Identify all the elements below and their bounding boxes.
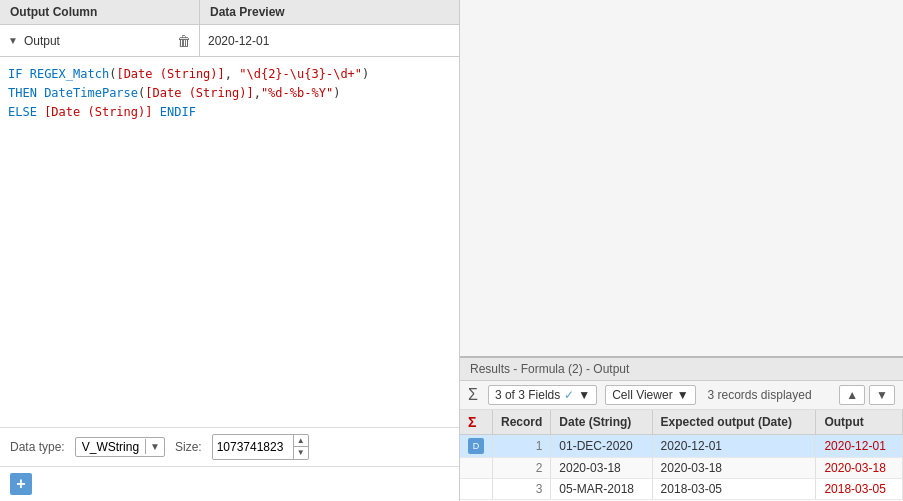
records-count: 3 records displayed [708,388,812,402]
row-num-2: 2 [493,458,551,479]
nav-buttons: ▲ ▼ [839,385,895,405]
table-row[interactable]: 3 05-MAR-2018 2018-03-05 2018-03-05 [460,479,903,500]
cell-viewer-button[interactable]: Cell Viewer ▼ [605,385,695,405]
field-name-label: Output [24,34,60,48]
field-date2: [Date (String)] [145,86,253,100]
kw-then: THEN [8,86,44,100]
row-num-3: 3 [493,479,551,500]
code-line-2: THEN DateTimeParse([Date (String)],"%d-%… [8,84,451,103]
nav-up-button[interactable]: ▲ [839,385,865,405]
row-icon-cell: D [460,435,493,458]
cell-expected-2: 2020-03-18 [652,458,816,479]
code-line-1: IF REGEX_Match([Date (String)], "\d{2}-\… [8,65,451,84]
row-num-1: 1 [493,435,551,458]
fn-regex: REGEX_Match [30,67,109,81]
row-icon-cell-3 [460,479,493,500]
data-type-label: Data type: [10,440,65,454]
cell-output-1: 2020-12-01 [816,435,903,458]
nav-down-button[interactable]: ▼ [869,385,895,405]
canvas-area[interactable]: f(x) Output = IF REGEX_Match ([Date (Str… [460,0,903,356]
cell-date-2: 2020-03-18 [551,458,652,479]
code-line-3: ELSE [Date (String)] ENDIF [8,103,451,122]
field-date3: [Date (String)] [44,105,152,119]
cell-expected-3: 2018-03-05 [652,479,816,500]
data-type-row: Data type: V_WString ▼ Size: ▲ ▼ [0,427,459,466]
results-panel: Results - Formula (2) - Output Σ 3 of 3 … [460,356,903,501]
kw-endif: ENDIF [160,105,196,119]
delete-button[interactable]: 🗑 [177,33,191,49]
header-row: Σ Record Date (String) Expected output (… [460,410,903,435]
data-type-select[interactable]: V_WString ▼ [75,437,165,457]
kw-else: ELSE [8,105,44,119]
cell-viewer-label: Cell Viewer [612,388,672,402]
cell-date-1: 01-DEC-2020 [551,435,652,458]
formula-editor[interactable]: IF REGEX_Match([Date (String)], "\d{2}-\… [0,57,459,427]
fields-dropdown-icon: ▼ [578,388,590,402]
results-table: Σ Record Date (String) Expected output (… [460,410,903,501]
data-type-dropdown-icon[interactable]: ▼ [145,439,164,454]
data-type-value: V_WString [76,438,145,456]
table-body: D 1 01-DEC-2020 2020-12-01 2020-12-01 2 … [460,435,903,500]
size-input[interactable] [213,438,293,456]
add-field-button[interactable]: + [10,473,32,495]
th-expected-output: Expected output (Date) [652,410,816,435]
str-fmt: "%d-%b-%Y" [261,86,333,100]
table-row[interactable]: D 1 01-DEC-2020 2020-12-01 2020-12-01 [460,435,903,458]
th-output: Output [816,410,903,435]
row-icon: D [468,438,484,454]
th-date-string: Date (String) [551,410,652,435]
fn-dtparse: DateTimeParse [44,86,138,100]
add-row: + [0,466,459,501]
size-down-button[interactable]: ▼ [294,447,308,459]
left-panel: Output Column Data Preview ▼ Output 🗑 20… [0,0,460,501]
fields-button[interactable]: 3 of 3 Fields ✓ ▼ [488,385,597,405]
formula-row: ▼ Output 🗑 2020-12-01 [0,25,459,57]
size-up-button[interactable]: ▲ [294,435,308,448]
row-icon-cell-2 [460,458,493,479]
preview-value: 2020-12-01 [200,25,277,56]
size-stepper: ▲ ▼ [293,435,308,459]
data-table: Σ Record Date (String) Expected output (… [460,410,903,500]
right-panel: f(x) Output = IF REGEX_Match ([Date (Str… [460,0,903,501]
table-header: Σ Record Date (String) Expected output (… [460,410,903,435]
kw-if: IF [8,67,30,81]
data-preview-header: Data Preview [200,0,459,24]
dropdown-arrow-icon: ▼ [8,35,18,46]
table-row[interactable]: 2 2020-03-18 2020-03-18 2020-03-18 [460,458,903,479]
cell-date-3: 05-MAR-2018 [551,479,652,500]
sigma-icon: Σ [468,386,478,404]
size-input-wrap: ▲ ▼ [212,434,309,460]
cell-output-3: 2018-03-05 [816,479,903,500]
th-sigma: Σ [460,410,493,435]
results-toolbar: Σ 3 of 3 Fields ✓ ▼ Cell Viewer ▼ 3 reco… [460,381,903,410]
left-header: Output Column Data Preview [0,0,459,25]
field-date: [Date (String)] [116,67,224,81]
main-container: Output Column Data Preview ▼ Output 🗑 20… [0,0,903,501]
output-column-header: Output Column [0,0,200,24]
cell-viewer-dropdown-icon: ▼ [677,388,689,402]
str-regex: "\d{2}-\u{3}-\d+" [239,67,362,81]
th-record: Record [493,410,551,435]
check-icon: ✓ [564,388,574,402]
size-label: Size: [175,440,202,454]
fields-label: 3 of 3 Fields [495,388,560,402]
cell-expected-1: 2020-12-01 [652,435,816,458]
results-header: Results - Formula (2) - Output [460,358,903,381]
cell-output-2: 2020-03-18 [816,458,903,479]
field-name-col: ▼ Output 🗑 [0,25,200,56]
